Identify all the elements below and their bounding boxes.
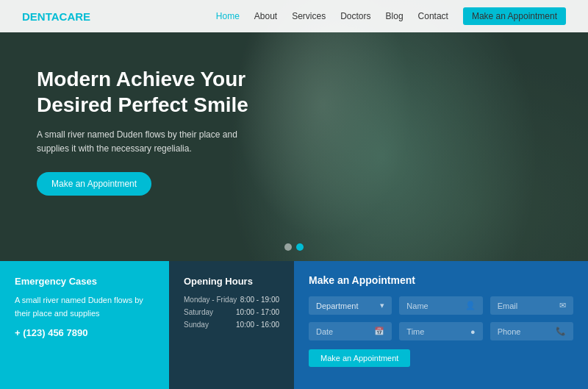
hours-day-1: Monday - Friday <box>184 296 237 304</box>
date-input[interactable] <box>316 327 370 336</box>
hours-day-3: Sunday <box>184 321 209 329</box>
calendar-icon: 📅 <box>374 326 384 336</box>
slider-dots <box>284 243 304 251</box>
logo-prefix: DENTA <box>22 10 60 23</box>
phone-field: 📞 <box>490 322 573 340</box>
form-row-1: Department ▾ 👤 ✉ <box>309 296 573 315</box>
hours-time-2: 10:00 - 17:00 <box>236 308 279 316</box>
nav-about[interactable]: About <box>254 11 277 21</box>
hero-content: Modern Achieve Your Desired Perfect Smil… <box>37 66 272 196</box>
phone-icon: 📞 <box>556 326 566 336</box>
dot-1[interactable] <box>284 243 292 251</box>
hero-title: Modern Achieve Your Desired Perfect Smil… <box>37 66 272 118</box>
hours-row-1: Monday - Friday 8:00 - 19:00 <box>184 296 279 304</box>
appointment-block: Make an Appointment Department ▾ 👤 ✉ 📅 <box>294 261 588 389</box>
email-field: ✉ <box>490 296 573 315</box>
appointment-submit-button[interactable]: Make an Appointment <box>309 349 410 367</box>
logo: DENTACARE <box>22 10 90 23</box>
hero-cta-button[interactable]: Make an Appointment <box>37 172 151 196</box>
emergency-description: A small river named Duden flows by their… <box>15 294 154 320</box>
hours-row-2: Saturday 10:00 - 17:00 <box>184 308 279 316</box>
bottom-section: Emergency Cases A small river named Dude… <box>0 261 588 389</box>
email-input[interactable] <box>498 301 555 310</box>
hours-day-2: Saturday <box>184 308 213 316</box>
time-field: ● <box>399 322 482 340</box>
hero-section: Modern Achieve Your Desired Perfect Smil… <box>0 0 588 261</box>
nav-blog[interactable]: Blog <box>386 11 404 21</box>
nav-contact[interactable]: Contact <box>418 11 448 21</box>
name-input[interactable] <box>406 301 460 310</box>
nav-appointment-button[interactable]: Make an Appointment <box>463 7 566 25</box>
logo-suffix: CARE <box>60 10 91 23</box>
user-icon: 👤 <box>465 301 476 310</box>
clock-icon: ● <box>470 327 476 336</box>
nav-doctors[interactable]: Doctors <box>340 11 370 21</box>
nav-links: Home About Services Doctors Blog Contact… <box>216 7 566 25</box>
phone-input[interactable] <box>498 327 551 336</box>
hours-time-1: 8:00 - 19:00 <box>240 296 279 304</box>
emergency-block: Emergency Cases A small river named Dude… <box>0 261 169 389</box>
nav-services[interactable]: Services <box>292 11 326 21</box>
hero-subtitle: A small river named Duden flows by their… <box>37 128 272 156</box>
dot-2[interactable] <box>296 243 304 251</box>
chevron-down-icon: ▾ <box>380 301 384 310</box>
navbar: DENTACARE Home About Services Doctors Bl… <box>0 0 588 32</box>
emergency-heading: Emergency Cases <box>15 276 154 287</box>
nav-home[interactable]: Home <box>216 11 240 21</box>
hours-block: Opening Hours Monday - Friday 8:00 - 19:… <box>169 261 294 389</box>
email-icon: ✉ <box>559 301 566 310</box>
hours-time-3: 10:00 - 16:00 <box>236 321 279 329</box>
name-field: 👤 <box>399 296 482 315</box>
appointment-heading: Make an Appointment <box>309 274 573 286</box>
hours-heading: Opening Hours <box>184 276 279 287</box>
hours-row-3: Sunday 10:00 - 16:00 <box>184 321 279 329</box>
time-input[interactable] <box>406 327 466 336</box>
department-field: Department ▾ <box>309 296 392 315</box>
emergency-phone: + (123) 456 7890 <box>15 327 154 338</box>
date-field: 📅 <box>309 322 392 340</box>
form-row-2: 📅 ● 📞 <box>309 322 573 340</box>
department-select[interactable]: Department <box>316 301 376 310</box>
